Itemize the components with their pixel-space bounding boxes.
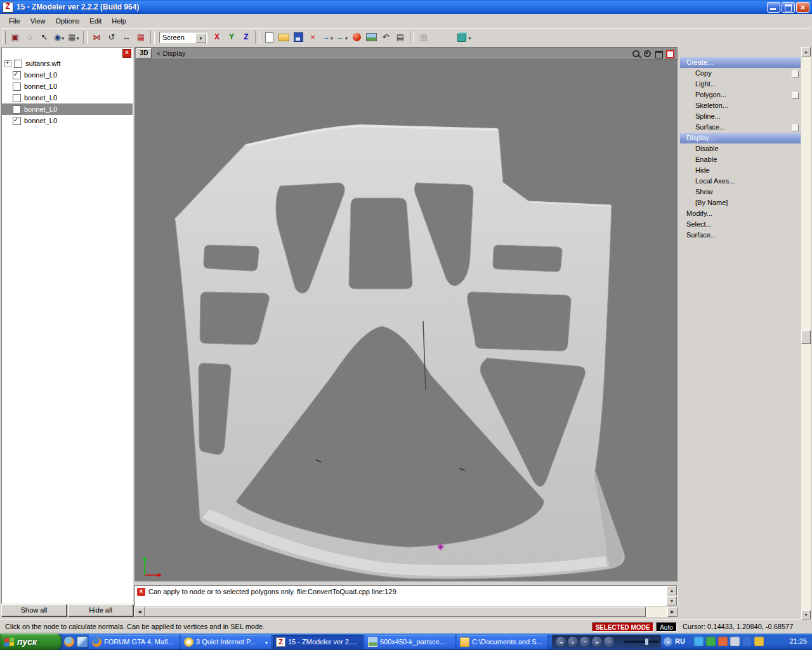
menu-item[interactable]: Help <box>107 15 131 27</box>
command-item[interactable]: Show <box>680 187 801 197</box>
tree-item[interactable]: sultanrs.wft <box>2 58 133 69</box>
antivirus-tray-icon[interactable] <box>706 637 716 646</box>
menu-item[interactable]: Edit <box>84 15 107 27</box>
scroll-up-icon[interactable]: ▲ <box>801 47 811 56</box>
move-tool-icon[interactable]: ↔ <box>119 30 133 44</box>
scroll-right-icon[interactable]: ▶ <box>667 607 678 617</box>
tree-item[interactable]: bonnet_L0 <box>2 92 133 103</box>
visibility-checkbox[interactable] <box>13 117 21 125</box>
undo-icon[interactable]: ↶ <box>379 30 393 44</box>
maximize-viewport-icon[interactable] <box>655 50 664 58</box>
panel-scrollbar[interactable]: ▲ ▼ <box>801 47 811 620</box>
hide-all-button[interactable]: Hide all <box>68 604 133 616</box>
minimize-button[interactable] <box>767 2 780 13</box>
command-item[interactable]: Copy <box>680 68 801 79</box>
modes-dropdown-icon[interactable]: ▦ <box>67 30 81 44</box>
combobox-dropdown-icon[interactable] <box>195 33 206 43</box>
quicklaunch-desktop-icon[interactable] <box>77 636 88 647</box>
media-prev-icon[interactable]: ◂◂ <box>556 637 566 647</box>
texture-browser-icon[interactable] <box>364 30 378 44</box>
menu-item[interactable]: File <box>4 15 25 27</box>
scheduler-tray-icon[interactable] <box>754 637 764 646</box>
media-pause-icon[interactable]: ▪▪ <box>580 637 590 647</box>
volume-tray-icon[interactable] <box>730 637 740 646</box>
visibility-checkbox[interactable] <box>13 94 21 102</box>
start-button[interactable]: пуск <box>0 633 62 650</box>
screen-mode-combobox[interactable]: Screen <box>159 32 207 43</box>
lasso-select-icon[interactable]: ◌ <box>23 30 37 44</box>
quicklaunch-firefox-icon[interactable] <box>64 637 74 647</box>
command-item[interactable]: Light... <box>680 79 801 90</box>
media-stop-icon[interactable]: ▪ <box>604 637 614 647</box>
command-item[interactable]: Surface... <box>680 230 801 241</box>
toolbar-gap[interactable] <box>431 30 457 44</box>
scroll-left-icon[interactable]: ◀ <box>134 607 145 617</box>
language-indicator[interactable]: RU <box>675 637 685 645</box>
taskbar-clock[interactable]: 21:25 <box>789 637 807 645</box>
command-item[interactable]: Display... <box>680 133 801 143</box>
network-tray-icon[interactable] <box>742 637 752 646</box>
taskbar-task-button[interactable]: 15 - ZModeler ver 2.... <box>273 635 363 649</box>
command-item[interactable]: Spline... <box>680 111 801 122</box>
link-tool-icon[interactable]: ▥ <box>417 30 431 44</box>
visibility-checkbox[interactable] <box>13 105 21 114</box>
select-tool-icon[interactable]: ▣ <box>8 30 22 44</box>
tree-item[interactable]: bonnet_L0 <box>2 81 133 92</box>
taskbar-task-button[interactable]: 600x450-k_partsce... <box>365 635 455 649</box>
command-item[interactable]: Disable <box>680 143 801 154</box>
maximize-button[interactable] <box>782 2 795 13</box>
messenger-tray-icon[interactable] <box>694 637 704 646</box>
axis-x-button[interactable]: X <box>210 30 224 44</box>
taskbar-task-button[interactable]: FORUM GTA 4, Mafi... <box>89 635 179 649</box>
command-item[interactable]: Local Axes... <box>680 176 801 187</box>
command-item[interactable]: Create... <box>680 57 801 68</box>
media-next-icon[interactable]: ▸▸ <box>592 637 602 647</box>
command-item[interactable]: [By Name] <box>680 197 801 208</box>
selected-mode-indicator[interactable]: SELECTED MODE <box>592 622 653 632</box>
taskbar-task-button[interactable]: C:\Documents and S... <box>457 635 547 649</box>
axis-y-button[interactable]: Y <box>225 30 239 44</box>
scrollbar-thumb[interactable] <box>801 330 811 344</box>
scroll-down-icon[interactable]: ▼ <box>667 596 677 606</box>
axis-z-button[interactable]: Z <box>239 30 253 44</box>
export-icon[interactable]: ← <box>335 30 349 44</box>
view-settings-cube-icon[interactable] <box>457 30 471 44</box>
save-file-icon[interactable] <box>291 30 305 44</box>
toolbar-separator[interactable] <box>410 31 414 44</box>
panel-close-icon[interactable] <box>122 49 131 58</box>
toolbar-grip-handle[interactable] <box>3 31 6 44</box>
rotate-tool-icon[interactable]: ↺ <box>105 30 119 44</box>
menu-item[interactable]: View <box>25 15 51 27</box>
new-file-icon[interactable] <box>262 30 276 44</box>
viewport-canvas[interactable] <box>134 60 678 581</box>
command-item[interactable]: Polygon... <box>680 90 801 100</box>
viewport-view-label[interactable]: < Display <box>157 50 186 57</box>
tree-item[interactable]: bonnet_L0 <box>2 103 133 115</box>
toolbar-separator[interactable] <box>150 31 155 44</box>
taskbar-task-button[interactable]: 3 Quiet Internet P... <box>181 635 271 649</box>
tree-item[interactable]: bonnet_L0 <box>2 69 133 81</box>
scrollbar-thumb[interactable] <box>145 607 646 617</box>
viewport-toggle-icon[interactable] <box>666 50 674 58</box>
command-item[interactable]: Surface... <box>680 122 801 133</box>
viewport-mode-button[interactable]: 3D <box>136 48 152 58</box>
tree-item[interactable]: bonnet_L0 <box>2 115 133 126</box>
visibility-checkbox[interactable] <box>13 71 21 79</box>
scroll-up-icon[interactable]: ▲ <box>667 586 677 595</box>
show-all-button[interactable]: Show all <box>1 604 67 616</box>
command-item[interactable]: Hide <box>680 165 801 176</box>
hidden-icons-chevron[interactable] <box>664 637 672 646</box>
auto-indicator[interactable]: Auto <box>656 622 677 632</box>
visibility-checkbox[interactable] <box>13 83 21 91</box>
toolbar-separator[interactable] <box>255 31 259 44</box>
zoom-region-icon[interactable] <box>643 50 652 58</box>
command-item[interactable]: Select... <box>680 219 801 230</box>
visibility-checkbox[interactable] <box>14 60 22 68</box>
graphics-tray-icon[interactable] <box>718 637 728 646</box>
window-titlebar[interactable]: 15 - ZModeler ver 2.2.2 (Build 964) <box>0 0 812 14</box>
volume-slider[interactable] <box>624 640 659 643</box>
media-play-icon[interactable]: ▸ <box>568 637 578 647</box>
command-item[interactable]: Enable <box>680 154 801 165</box>
import-icon[interactable]: → <box>320 30 334 44</box>
cursor-tool-icon[interactable]: ↖ <box>37 30 51 44</box>
